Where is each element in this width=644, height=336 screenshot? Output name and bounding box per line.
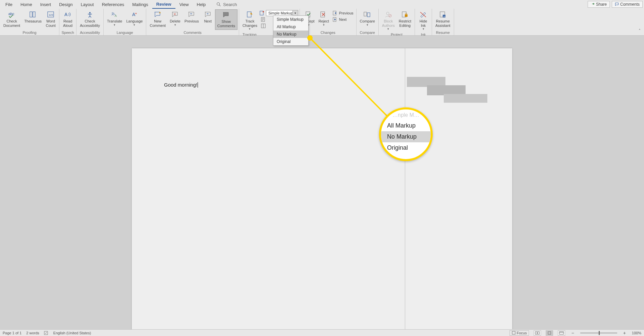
translate-button[interactable]: 文A Translate ▾ xyxy=(105,9,124,30)
check-document-button[interactable]: abc Check Document xyxy=(1,9,22,30)
compare-button[interactable]: Compare ▾ xyxy=(358,9,377,30)
share-icon xyxy=(591,2,595,6)
group-speech-label: Speech xyxy=(61,30,75,35)
svg-point-16 xyxy=(263,11,264,12)
menubar: File Home Insert Design Layout Reference… xyxy=(0,0,644,9)
svg-point-8 xyxy=(89,12,91,13)
tab-insert[interactable]: Insert xyxy=(36,1,55,8)
group-ink: Hide Ink ▾ Ink xyxy=(415,9,432,35)
chevron-down-icon: ▾ xyxy=(323,23,325,27)
delete-comment-button[interactable]: Delete ▾ xyxy=(168,9,182,30)
previous-comment-button[interactable]: Previous xyxy=(182,9,201,30)
comment-icon xyxy=(615,2,619,6)
svg-text:abc: abc xyxy=(8,12,14,16)
tab-design[interactable]: Design xyxy=(55,1,76,8)
zoom-level[interactable]: 100% xyxy=(632,331,641,335)
tab-file[interactable]: File xyxy=(1,1,16,8)
group-changes-label: Changes xyxy=(301,30,355,35)
reject-button[interactable]: Reject ▾ xyxy=(317,9,331,30)
group-language: 文A Translate ▾ A✦ Language ▾ Language xyxy=(104,9,146,35)
next-comment-label: Next xyxy=(204,19,212,23)
markup-option-none[interactable]: No Markup xyxy=(273,31,308,38)
zoom-out-button[interactable]: − xyxy=(570,330,575,336)
hide-ink-label: Hide Ink xyxy=(420,19,427,28)
svg-rect-41 xyxy=(559,332,564,334)
search-placeholder: Search xyxy=(223,2,237,7)
next-comment-button[interactable]: Next xyxy=(201,9,215,30)
block-authors-icon xyxy=(384,10,392,18)
tab-view[interactable]: View xyxy=(175,1,193,8)
comments-label: Comments xyxy=(620,2,640,7)
restrict-editing-icon xyxy=(401,10,409,18)
markup-option-simple[interactable]: Simple Markup xyxy=(273,16,308,23)
group-speech: A Read Aloud Speech xyxy=(59,9,76,35)
search-box[interactable]: Search xyxy=(216,2,237,7)
read-aloud-button[interactable]: A Read Aloud xyxy=(61,9,75,30)
tab-layout[interactable]: Layout xyxy=(77,1,98,8)
tab-mailings[interactable]: Mailings xyxy=(128,1,152,8)
track-changes-button[interactable]: Track Changes▾ xyxy=(240,9,259,32)
document-body-text[interactable]: Good morning! xyxy=(164,82,198,88)
markup-option-original[interactable]: Original xyxy=(273,38,308,45)
zoom-slider[interactable] xyxy=(580,332,617,334)
markup-option-all[interactable]: All Markup xyxy=(273,23,308,31)
group-language-label: Language xyxy=(105,30,145,35)
web-layout-button[interactable] xyxy=(558,330,565,336)
language-button[interactable]: A✦ Language ▾ xyxy=(124,9,145,30)
status-spellcheck-icon[interactable] xyxy=(44,331,49,335)
resume-assistant-label: Resume Assistant xyxy=(435,19,450,28)
reviewing-pane-icon xyxy=(261,23,266,29)
restrict-editing-button[interactable]: Restrict Editing xyxy=(397,9,413,32)
markup-display-icon xyxy=(259,10,265,16)
word-count-button[interactable]: 123 Word Count xyxy=(44,9,58,30)
status-page[interactable]: Page 1 of 1 xyxy=(3,331,21,335)
resume-assistant-button[interactable]: in Resume Assistant xyxy=(433,9,452,30)
chevron-down-icon: ▾ xyxy=(174,23,176,27)
svg-rect-24 xyxy=(364,12,367,16)
tab-review[interactable]: Review xyxy=(152,0,175,9)
thesaurus-button[interactable]: Thesaurus xyxy=(22,9,44,30)
status-word-count[interactable]: 2 words xyxy=(26,331,39,335)
document-page[interactable]: Good morning! xyxy=(132,48,512,329)
markup-display-value: Simple Markup xyxy=(266,11,292,15)
show-comments-label: Show Comments xyxy=(217,19,235,28)
document-workspace[interactable]: Good morning! xyxy=(0,36,644,329)
chevron-down-icon: ▾ xyxy=(423,27,424,31)
print-layout-button[interactable] xyxy=(546,330,553,336)
collapse-ribbon-button[interactable]: ˄ xyxy=(639,29,641,33)
next-change-button[interactable]: Next xyxy=(331,16,355,22)
share-label: Share xyxy=(596,2,607,7)
magnifier-option-none: No Markup xyxy=(381,131,431,142)
new-comment-label: New Comment xyxy=(150,19,166,28)
compare-icon xyxy=(363,10,371,18)
block-authors-button[interactable]: Block Authors▾ xyxy=(380,9,397,32)
tab-home[interactable]: Home xyxy=(16,1,36,8)
read-mode-button[interactable] xyxy=(534,330,541,336)
group-compare: Compare ▾ Compare xyxy=(357,9,379,35)
resume-assistant-icon: in xyxy=(439,10,447,18)
svg-point-26 xyxy=(386,12,389,15)
previous-comment-icon xyxy=(187,10,196,18)
zoom-in-button[interactable]: + xyxy=(622,330,627,336)
search-icon xyxy=(216,2,221,7)
previous-comment-label: Previous xyxy=(184,19,199,23)
comments-button[interactable]: Comments xyxy=(612,1,643,8)
hide-ink-button[interactable]: Hide Ink ▾ xyxy=(416,9,430,32)
annotation-magnifier: …nple M… All Markup No Markup Original a… xyxy=(379,107,433,161)
previous-change-button[interactable]: Previous xyxy=(331,10,355,16)
zoom-slider-thumb[interactable] xyxy=(599,331,600,335)
tab-references[interactable]: References xyxy=(98,1,128,8)
status-language[interactable]: English (United States) xyxy=(53,331,91,335)
tab-help[interactable]: Help xyxy=(193,1,210,8)
show-comments-button[interactable]: Show Comments xyxy=(215,9,237,30)
chevron-down-icon[interactable]: ▾ xyxy=(292,10,298,16)
chevron-down-icon: ▾ xyxy=(249,27,251,31)
share-button[interactable]: Share xyxy=(588,1,610,8)
chevron-down-icon: ▾ xyxy=(367,23,368,27)
restrict-editing-label: Restrict Editing xyxy=(399,19,411,28)
new-comment-button[interactable]: ✶ New Comment xyxy=(148,9,168,30)
focus-mode-button[interactable]: Focus xyxy=(509,330,529,336)
check-accessibility-button[interactable]: Check Accessibility xyxy=(78,9,102,30)
svg-rect-21 xyxy=(321,12,325,17)
annotation-anchor-dot xyxy=(307,35,313,41)
